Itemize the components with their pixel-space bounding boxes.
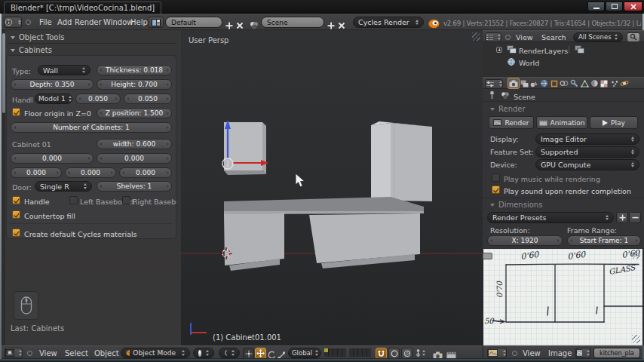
start-frame-slider[interactable]: Start Frame: 1	[567, 235, 641, 246]
render-panel-header[interactable]: Render	[490, 105, 526, 113]
play-sound-checkbox[interactable]	[492, 186, 500, 194]
offset-slider-5[interactable]: 0.000	[119, 167, 172, 178]
scene-selector[interactable]: Scene	[261, 17, 324, 28]
image-name-field[interactable]: kitchen_plane.jpg	[593, 348, 640, 358]
tab-render-layers[interactable]	[519, 78, 529, 88]
floor-origin-checkbox[interactable]	[12, 108, 20, 116]
cycles-materials-checkbox[interactable]	[12, 229, 20, 237]
opengl-render-anim-button[interactable]	[446, 348, 456, 359]
close-button[interactable]	[624, 2, 642, 11]
handle-model-dropdown[interactable]: Model 1	[35, 94, 72, 104]
tab-render[interactable]	[508, 78, 519, 88]
image-editor-view[interactable]: 0'60 0'60 0'60 0'70 GLASS 50	[483, 249, 644, 345]
offset-slider-3[interactable]: 0.000	[11, 167, 62, 178]
render-still-button[interactable]: Render	[489, 116, 534, 129]
outliner-item-renderlayers[interactable]: RenderLayers	[483, 44, 644, 56]
minimize-button[interactable]	[587, 2, 605, 11]
object-menu[interactable]: Object	[94, 350, 119, 357]
handle-offset-x-slider[interactable]: 0.050	[75, 94, 121, 104]
tab-world[interactable]	[538, 78, 549, 88]
tab-physics[interactable]	[619, 78, 630, 88]
offset-slider-4[interactable]: 0.000	[65, 167, 116, 178]
number-of-cabinets-slider[interactable]: Number of Cabinets: 1	[11, 122, 172, 133]
tab-object-data[interactable]	[579, 78, 590, 88]
select-menu[interactable]: Select	[65, 350, 88, 357]
manipulator-toggle-button[interactable]	[243, 348, 254, 359]
menu-add[interactable]: Add	[57, 19, 72, 26]
image-scroller-tab[interactable]	[483, 253, 492, 259]
display-mode-dropdown[interactable]: All Scenes	[573, 32, 623, 42]
pivot-point-dropdown[interactable]	[219, 348, 240, 358]
header-collapse-dot[interactable]	[512, 351, 517, 356]
scrollbar-thumb[interactable]	[2, 33, 5, 113]
mode-dropdown[interactable]: Object Mode	[121, 348, 190, 358]
tool-shelf-scrollbar[interactable]	[2, 30, 5, 345]
pin-icon[interactable]	[489, 90, 495, 100]
editor-type-button-outliner[interactable]	[485, 32, 501, 42]
tab-modifiers[interactable]	[569, 78, 579, 88]
wall-cabinet-selected-mesh[interactable]	[224, 122, 266, 175]
tab-texture[interactable]	[599, 78, 609, 88]
display-dropdown[interactable]: Image Editor	[535, 133, 639, 145]
operator-redo-box[interactable]	[14, 291, 38, 320]
renderlayer-data-icon[interactable]	[575, 45, 584, 54]
resolution-x-slider[interactable]: X: 1920	[487, 235, 563, 246]
snap-target-control[interactable]	[416, 348, 425, 357]
device-dropdown[interactable]: GPU Compute	[535, 159, 639, 170]
editor-type-button-image[interactable]	[487, 348, 507, 358]
tab-particles[interactable]	[609, 78, 620, 88]
feature-set-dropdown[interactable]: Supported	[535, 146, 639, 158]
editor-type-button-properties[interactable]	[485, 79, 503, 89]
image-resize-grip-bottom[interactable]	[632, 335, 640, 343]
menu-render[interactable]: Render	[75, 19, 102, 26]
base-cabinet-right-mesh[interactable]	[309, 213, 420, 268]
object-tools-panel-header[interactable]: Object Tools	[11, 33, 64, 41]
scene-delete-button[interactable]	[338, 18, 345, 30]
handle-offset-y-slider[interactable]: 0.050	[124, 94, 172, 104]
menu-window[interactable]: Window	[103, 19, 133, 26]
menu-help[interactable]: Help	[130, 19, 148, 26]
layers-block-right[interactable]	[349, 348, 371, 357]
layout-selector[interactable]: Default	[165, 17, 222, 28]
snap-element-button[interactable]	[388, 348, 400, 359]
outliner-item-world[interactable]: World	[483, 56, 644, 68]
tab-scene[interactable]	[529, 78, 539, 88]
tall-cabinet-mesh[interactable]	[371, 121, 432, 204]
layout-delete-button[interactable]	[236, 18, 244, 30]
height-slider[interactable]: Height: 0.700	[97, 79, 172, 90]
expand-icon[interactable]	[496, 47, 502, 53]
depth-slider[interactable]: Depth: 0.350	[11, 79, 94, 90]
outliner-menu-view[interactable]: View	[516, 34, 533, 41]
layout-add-button[interactable]	[225, 18, 233, 30]
dimensions-panel-header[interactable]: Dimensions	[490, 201, 542, 209]
z-position-slider[interactable]: Z position: 1.500	[97, 108, 172, 118]
scale-manipulator-button[interactable]	[278, 348, 286, 359]
right-baseboard-checkbox[interactable]	[122, 196, 130, 204]
editor-type-button-info[interactable]	[4, 17, 22, 28]
preset-add-button[interactable]	[616, 212, 628, 223]
translate-manipulator-button[interactable]	[255, 348, 266, 359]
viewport-shading-dropdown[interactable]	[193, 348, 214, 358]
viewport-3d[interactable]: User Persp (1) Cabinet01.001	[181, 30, 483, 345]
handle-checkbox[interactable]	[12, 196, 20, 204]
left-baseboard-checkbox[interactable]	[69, 196, 78, 204]
countertop-fill-checkbox[interactable]	[12, 210, 20, 219]
menu-file[interactable]: File	[39, 19, 52, 26]
outliner-menu-search[interactable]: Search	[541, 34, 566, 41]
world-label[interactable]: World	[519, 59, 539, 67]
offset-slider-1[interactable]: 0.000	[11, 153, 94, 164]
outliner-search-button[interactable]	[627, 32, 640, 42]
tab-material[interactable]	[589, 78, 600, 88]
render-presets-dropdown[interactable]: Render Presets	[487, 212, 614, 223]
image-resize-grip-top[interactable]	[632, 250, 640, 259]
rotate-manipulator-button[interactable]	[268, 348, 276, 359]
viewport-resize-grip[interactable]	[472, 32, 480, 41]
image-view-menu[interactable]: View	[523, 350, 541, 357]
renderlayers-label[interactable]: RenderLayers	[519, 47, 568, 55]
tab-constraints[interactable]	[559, 78, 569, 88]
image-menu[interactable]: Image	[548, 350, 572, 357]
preset-remove-button[interactable]	[629, 212, 641, 223]
door-dropdown[interactable]: Single R	[35, 181, 92, 192]
transform-orientation-dropdown[interactable]: Global	[288, 348, 321, 358]
opengl-render-button[interactable]	[433, 348, 443, 359]
